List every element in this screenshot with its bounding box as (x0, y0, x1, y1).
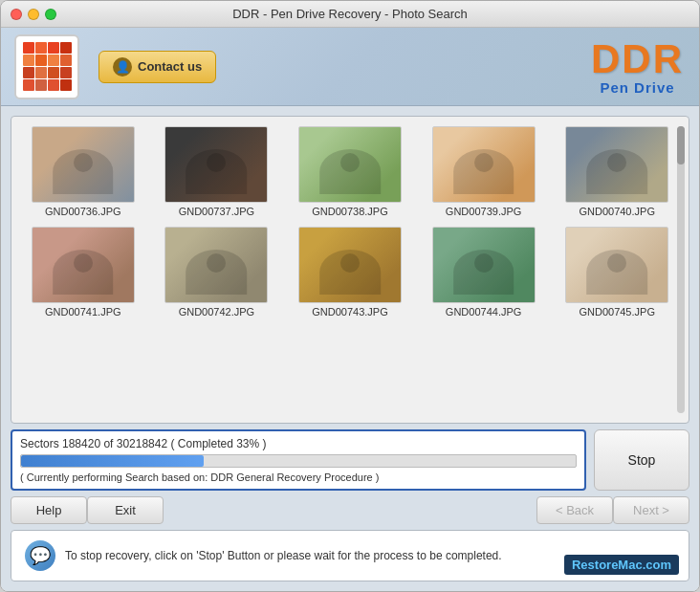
photo-label: GND00741.JPG (45, 306, 120, 318)
maximize-button[interactable] (45, 9, 56, 20)
progress-box: Sectors 188420 of 30218842 ( Completed 3… (11, 429, 586, 491)
scrollbar[interactable] (677, 126, 685, 413)
photo-grid: GND00736.JPGGND00737.JPGGND00738.JPGGND0… (21, 126, 679, 318)
photo-item[interactable]: GND00739.JPG (422, 126, 546, 217)
help-button[interactable]: Help (11, 496, 87, 524)
photo-thumbnail (565, 227, 668, 303)
scrollbar-thumb[interactable] (677, 126, 685, 164)
photo-item[interactable]: GND00740.JPG (555, 126, 679, 217)
photo-label: GND00740.JPG (579, 206, 654, 217)
photo-label: GND00743.JPG (312, 306, 387, 318)
close-button[interactable] (11, 9, 22, 20)
brand-subtitle: Pen Drive (591, 78, 684, 95)
back-button[interactable]: < Back (536, 496, 613, 524)
main-content: GND00736.JPGGND00737.JPGGND00738.JPGGND0… (1, 106, 699, 591)
photo-thumbnail (32, 126, 135, 203)
next-button[interactable]: Next > (613, 496, 689, 524)
photo-item[interactable]: GND00742.JPG (155, 227, 279, 318)
photo-label: GND00737.JPG (179, 206, 254, 217)
brand-area: DDR Pen Drive (591, 38, 684, 95)
info-message: To stop recovery, click on 'Stop' Button… (65, 549, 502, 562)
photo-thumbnail (565, 126, 668, 203)
progress-status: ( Currently performing Search based on: … (20, 471, 577, 483)
photo-thumbnail (164, 126, 268, 203)
window-controls (11, 9, 56, 20)
title-bar: DDR - Pen Drive Recovery - Photo Search (1, 1, 699, 28)
contact-button[interactable]: 👤 Contact us (98, 51, 216, 83)
info-icon: 💬 (25, 540, 55, 571)
stop-button[interactable]: Stop (594, 429, 689, 491)
logo-grid (23, 42, 72, 91)
photo-label: GND00744.JPG (446, 306, 521, 318)
photo-thumbnail (432, 227, 536, 303)
brand-title: DDR (591, 38, 684, 78)
contact-label: Contact us (138, 59, 202, 74)
photo-thumbnail (164, 227, 268, 303)
photo-thumbnail (432, 126, 536, 203)
photo-item[interactable]: GND00744.JPG (422, 227, 546, 318)
photo-thumbnail (32, 227, 135, 303)
photo-item[interactable]: GND00741.JPG (21, 227, 145, 318)
photo-item[interactable]: GND00743.JPG (288, 227, 412, 318)
photo-label: GND00738.JPG (312, 206, 387, 217)
watermark: RestoreMac.com (564, 555, 679, 575)
watermark-text: RestoreMac.com (572, 558, 671, 572)
minimize-button[interactable] (28, 9, 39, 20)
photo-item[interactable]: GND00737.JPG (155, 126, 279, 217)
info-box: 💬 To stop recovery, click on 'Stop' Butt… (11, 530, 689, 581)
photo-thumbnail (298, 126, 402, 203)
window-title: DDR - Pen Drive Recovery - Photo Search (232, 7, 468, 21)
photo-label: GND00742.JPG (179, 306, 254, 318)
photo-item[interactable]: GND00745.JPG (555, 227, 679, 318)
progress-bar-fill (21, 455, 204, 467)
photo-label: GND00739.JPG (446, 206, 521, 217)
photo-label: GND00745.JPG (579, 306, 654, 318)
photo-grid-container: GND00736.JPGGND00737.JPGGND00738.JPGGND0… (11, 116, 689, 424)
photo-item[interactable]: GND00736.JPG (21, 126, 145, 217)
photo-label: GND00736.JPG (45, 206, 120, 217)
exit-button[interactable]: Exit (87, 496, 164, 524)
bottom-buttons: Help Exit < Back Next > (11, 496, 689, 524)
app-header: 👤 Contact us DDR Pen Drive (1, 28, 699, 106)
photo-thumbnail (298, 227, 402, 303)
progress-bar-bg (20, 454, 577, 468)
photo-item[interactable]: GND00738.JPG (288, 126, 412, 217)
progress-sectors: Sectors 188420 of 30218842 ( Completed 3… (20, 437, 577, 450)
contact-icon: 👤 (113, 57, 132, 77)
app-logo (14, 34, 79, 99)
progress-section: Sectors 188420 of 30218842 ( Completed 3… (11, 429, 689, 491)
app-window: DDR - Pen Drive Recovery - Photo Search … (0, 0, 700, 592)
